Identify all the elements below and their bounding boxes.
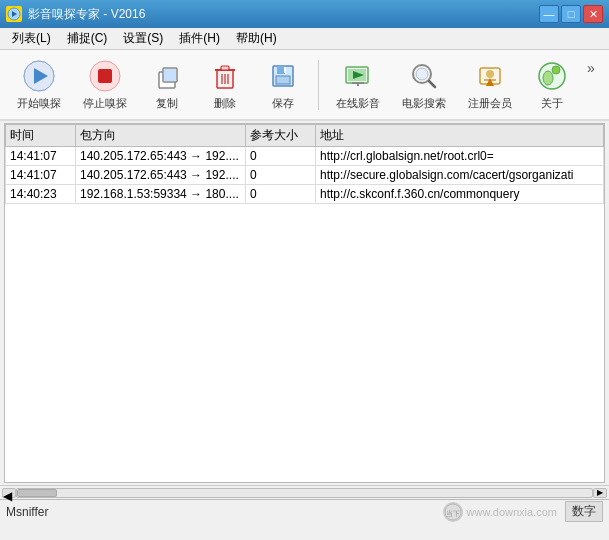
cell-address: http://crl.globalsign.net/root.crl0= <box>316 147 604 166</box>
cell-time: 14:40:23 <box>6 185 76 204</box>
data-table: 时间 包方向 参考大小 地址 14:41:07140.205.172.65:44… <box>5 124 604 204</box>
title-bar: 影音嗅探专家 - V2016 — □ ✕ <box>0 0 609 28</box>
copy-icon <box>149 58 185 94</box>
toolbar: 开始嗅探 停止嗅探 复制 <box>0 50 609 121</box>
watermark-text: www.downxia.com <box>467 506 557 518</box>
cell-size: 0 <box>246 166 316 185</box>
table-container: 时间 包方向 参考大小 地址 14:41:07140.205.172.65:44… <box>4 123 605 483</box>
svg-rect-17 <box>277 66 285 74</box>
svg-point-29 <box>486 70 494 78</box>
window-title: 影音嗅探专家 - V2016 <box>28 6 539 23</box>
about-icon <box>534 58 570 94</box>
toolbar-separator <box>318 60 319 110</box>
menu-settings[interactable]: 设置(S) <box>115 28 171 49</box>
cell-size: 0 <box>246 147 316 166</box>
menu-plugins[interactable]: 插件(H) <box>171 28 228 49</box>
col-direction: 包方向 <box>76 125 246 147</box>
svg-rect-6 <box>98 69 112 83</box>
register-button[interactable]: 注册会员 <box>459 54 521 115</box>
menu-bar: 列表(L) 捕捉(C) 设置(S) 插件(H) 帮助(H) <box>0 28 609 50</box>
toolbar-more[interactable]: » <box>583 56 599 80</box>
scroll-right-btn[interactable]: ▶ <box>593 488 607 498</box>
online-icon <box>340 58 376 94</box>
start-button[interactable]: 开始嗅探 <box>8 54 70 115</box>
cell-size: 0 <box>246 185 316 204</box>
stop-label: 停止嗅探 <box>83 96 127 111</box>
search-icon <box>406 58 442 94</box>
horizontal-scrollbar[interactable]: ◀ ▶ <box>0 485 609 499</box>
save-icon <box>265 58 301 94</box>
about-button[interactable]: 关于 <box>525 54 579 115</box>
menu-capture[interactable]: 捕捉(C) <box>59 28 116 49</box>
status-bar: Msniffer 当下 www.downxia.com 数字 <box>0 499 609 523</box>
svg-line-27 <box>429 81 435 87</box>
scroll-track[interactable] <box>16 488 593 498</box>
minimize-button[interactable]: — <box>539 5 559 23</box>
col-size: 参考大小 <box>246 125 316 147</box>
svg-rect-18 <box>276 76 290 84</box>
status-text: Msniffer <box>6 505 443 519</box>
status-mode: 数字 <box>565 501 603 522</box>
cell-address: http://c.skconf.f.360.cn/commonquery <box>316 185 604 204</box>
window-controls: — □ ✕ <box>539 5 603 23</box>
cell-time: 14:41:07 <box>6 166 76 185</box>
search-label: 电影搜索 <box>402 96 446 111</box>
copy-button[interactable]: 复制 <box>140 54 194 115</box>
col-address: 地址 <box>316 125 604 147</box>
cell-direction: 140.205.172.65:443 → 192.... <box>76 147 246 166</box>
register-label: 注册会员 <box>468 96 512 111</box>
table-row[interactable]: 14:40:23192.168.1.53:59334 → 180....0htt… <box>6 185 604 204</box>
col-time: 时间 <box>6 125 76 147</box>
table-row[interactable]: 14:41:07140.205.172.65:443 → 192....0htt… <box>6 166 604 185</box>
menu-help[interactable]: 帮助(H) <box>228 28 285 49</box>
svg-rect-9 <box>164 69 176 81</box>
start-label: 开始嗅探 <box>17 96 61 111</box>
copy-label: 复制 <box>156 96 178 111</box>
scroll-left-btn[interactable]: ◀ <box>2 488 16 498</box>
cell-direction: 140.205.172.65:443 → 192.... <box>76 166 246 185</box>
table-row[interactable]: 14:41:07140.205.172.65:443 → 192....0htt… <box>6 147 604 166</box>
cell-direction: 192.168.1.53:59334 → 180.... <box>76 185 246 204</box>
register-icon <box>472 58 508 94</box>
maximize-button[interactable]: □ <box>561 5 581 23</box>
close-button[interactable]: ✕ <box>583 5 603 23</box>
cell-address: http://secure.globalsign.com/cacert/gsor… <box>316 166 604 185</box>
svg-point-26 <box>416 68 428 80</box>
delete-icon <box>207 58 243 94</box>
stop-icon <box>87 58 123 94</box>
svg-rect-12 <box>221 66 229 70</box>
svg-text:当下: 当下 <box>446 510 460 517</box>
stop-button[interactable]: 停止嗅探 <box>74 54 136 115</box>
save-label: 保存 <box>272 96 294 111</box>
app-icon <box>6 6 22 22</box>
save-button[interactable]: 保存 <box>256 54 310 115</box>
about-label: 关于 <box>541 96 563 111</box>
menu-list[interactable]: 列表(L) <box>4 28 59 49</box>
online-button[interactable]: 在线影音 <box>327 54 389 115</box>
delete-button[interactable]: 删除 <box>198 54 252 115</box>
search-button[interactable]: 电影搜索 <box>393 54 455 115</box>
watermark-icon: 当下 <box>443 502 463 522</box>
watermark: 当下 www.downxia.com <box>443 502 557 522</box>
start-icon <box>21 58 57 94</box>
scroll-thumb[interactable] <box>17 489 57 497</box>
delete-label: 删除 <box>214 96 236 111</box>
online-label: 在线影音 <box>336 96 380 111</box>
cell-time: 14:41:07 <box>6 147 76 166</box>
svg-point-34 <box>543 71 553 85</box>
svg-point-33 <box>552 66 560 74</box>
